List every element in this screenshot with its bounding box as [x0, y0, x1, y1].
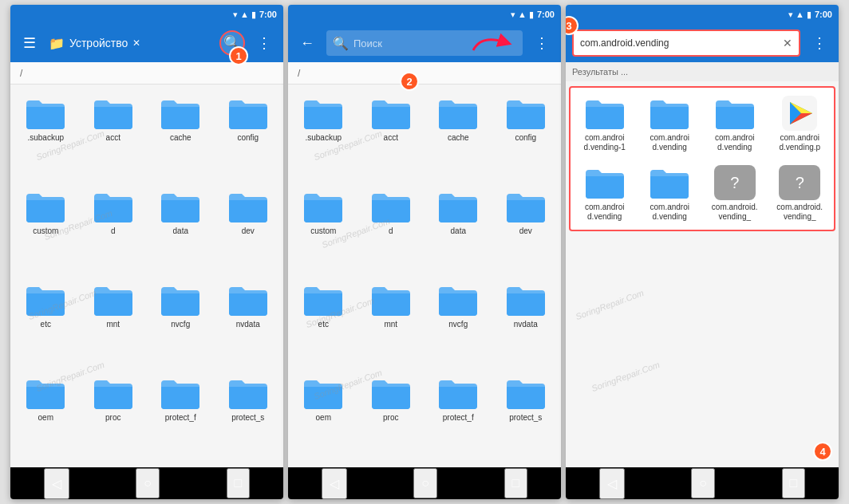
- list-item[interactable]: config: [216, 91, 281, 181]
- playstore-icon: [779, 96, 820, 131]
- list-item[interactable]: nvdata: [216, 278, 281, 368]
- folder-icon: [25, 189, 66, 224]
- menu-button-1[interactable]: ☰: [17, 30, 42, 56]
- list-item[interactable]: oem: [291, 371, 356, 461]
- step-badge-2: 2: [400, 72, 419, 91]
- list-item[interactable]: custom: [14, 184, 78, 274]
- list-item[interactable]: proc: [81, 371, 146, 461]
- signal-icon: ▲: [240, 10, 249, 19]
- list-item[interactable]: mnt: [81, 278, 146, 368]
- list-item[interactable]: com.android.vending: [639, 91, 701, 157]
- folder-icon: [370, 282, 412, 317]
- file-name: .subackup: [27, 133, 64, 143]
- list-item[interactable]: com.android.vending-1: [574, 91, 636, 157]
- file-name: dev: [242, 226, 255, 236]
- list-item[interactable]: nvdata: [494, 278, 559, 368]
- more-button-3[interactable]: ⋮: [807, 30, 832, 56]
- list-item[interactable]: com.android.vending: [574, 160, 636, 226]
- home-button-nav-3[interactable]: ○: [691, 468, 715, 498]
- folder-icon: [302, 189, 344, 224]
- list-item[interactable]: d: [81, 184, 146, 274]
- list-item[interactable]: mnt: [359, 278, 424, 368]
- search-bar-container-3: com.android.vending ✕ ⋮ 3: [566, 24, 839, 62]
- recent-button-1[interactable]: □: [227, 468, 251, 498]
- list-item[interactable]: .subackup: [14, 91, 78, 181]
- list-item[interactable]: acct: [359, 91, 424, 181]
- list-item[interactable]: .subackup: [291, 91, 356, 181]
- back-button-2[interactable]: ←: [294, 30, 320, 56]
- file-name: etc: [41, 320, 51, 329]
- wifi-icon-3: ▾: [788, 10, 793, 20]
- folder-tab-icon: 📁: [49, 36, 65, 51]
- list-item[interactable]: d: [359, 184, 424, 274]
- folder-icon: [93, 282, 134, 317]
- list-item[interactable]: protect_f: [148, 371, 213, 461]
- folder-icon: [227, 96, 269, 131]
- file-name: custom: [33, 226, 58, 236]
- status-bar-2: ▾ ▲ ▮ 7:00: [288, 5, 561, 24]
- clear-search-button-3[interactable]: ✕: [783, 37, 792, 49]
- list-item[interactable]: com.android.vending.p: [769, 91, 831, 157]
- list-item[interactable]: oem: [14, 371, 78, 461]
- back-button-nav-3[interactable]: ◁: [599, 468, 625, 499]
- signal-icon-3: ▲: [796, 10, 804, 19]
- back-nav-icon-3: ◁: [607, 477, 617, 490]
- list-item[interactable]: cache: [148, 91, 213, 181]
- panel-3: ▾ ▲ ▮ 7:00 com.android.vending ✕ ⋮ 3 Рез…: [566, 5, 839, 499]
- list-item[interactable]: protect_s: [494, 371, 559, 461]
- home-button-nav-2[interactable]: ○: [413, 468, 437, 498]
- list-item[interactable]: dev: [494, 184, 559, 274]
- list-item[interactable]: etc: [291, 278, 356, 368]
- list-item[interactable]: proc: [359, 371, 424, 461]
- file-name: com.android.vending: [715, 133, 754, 152]
- list-item[interactable]: data: [426, 184, 491, 274]
- recent-nav-icon: □: [512, 476, 520, 490]
- file-name: protect_f: [165, 413, 196, 423]
- file-name: mnt: [384, 320, 397, 329]
- home-button-1[interactable]: ○: [136, 468, 160, 498]
- home-nav-icon-3: ○: [699, 476, 707, 490]
- more-button-1[interactable]: ⋮: [251, 30, 277, 56]
- list-item[interactable]: acct: [81, 91, 146, 181]
- list-item[interactable]: protect_s: [216, 371, 281, 461]
- status-time-2: 7:00: [537, 10, 555, 19]
- recent-button-nav-2[interactable]: □: [504, 468, 528, 498]
- clear-icon-3: ✕: [783, 37, 792, 49]
- status-icons-1: ▾ ▲ ▮: [233, 10, 256, 20]
- list-item[interactable]: nvcfg: [148, 278, 213, 368]
- nav-bar-3: ◁ ○ □: [566, 467, 839, 499]
- list-item[interactable]: dev: [216, 184, 281, 274]
- list-item[interactable]: com.android.vending: [639, 160, 701, 226]
- back-icon: ◁: [52, 477, 61, 490]
- folder-icon: [437, 376, 479, 411]
- file-name: d: [111, 226, 116, 236]
- list-item[interactable]: nvcfg: [426, 278, 491, 368]
- folder-icon: [584, 96, 626, 131]
- back-button-1[interactable]: ◁: [44, 468, 69, 499]
- list-item[interactable]: etc: [14, 278, 78, 368]
- more-button-2[interactable]: ⋮: [529, 30, 555, 56]
- folder-icon: [93, 96, 134, 131]
- list-item[interactable]: protect_f: [426, 371, 491, 461]
- list-item[interactable]: ? com.android.vending_: [704, 160, 766, 226]
- folder-icon: [649, 96, 690, 131]
- folder-icon: [370, 189, 412, 224]
- list-item[interactable]: data: [148, 184, 213, 274]
- more-icon-2: ⋮: [535, 34, 549, 52]
- file-name: nvcfg: [448, 320, 468, 329]
- list-item[interactable]: ? com.android.vending_: [769, 160, 831, 226]
- back-button-nav-2[interactable]: ◁: [322, 468, 347, 499]
- file-name: config: [237, 133, 259, 143]
- list-item[interactable]: cache: [426, 91, 491, 181]
- file-grid-1: .subackup acct cache config custom: [10, 85, 283, 467]
- tab-close-icon[interactable]: ✕: [132, 37, 140, 49]
- folder-icon: [370, 376, 412, 411]
- file-name: nvdata: [514, 320, 538, 329]
- search-query-box-3[interactable]: com.android.vending ✕: [572, 30, 800, 57]
- arrow-indicator-2: [465, 30, 513, 57]
- list-item[interactable]: config: [494, 91, 559, 181]
- list-item[interactable]: custom: [291, 184, 356, 274]
- list-item[interactable]: com.android.vending: [704, 91, 766, 157]
- battery-icon-3: ▮: [807, 10, 811, 20]
- recent-button-nav-3[interactable]: □: [782, 468, 806, 498]
